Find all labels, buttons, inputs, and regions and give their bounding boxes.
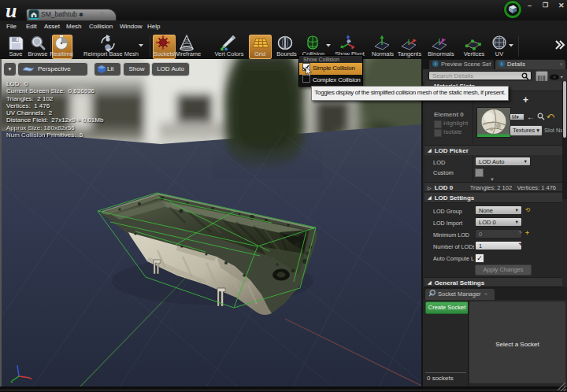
svg-text:u: u bbox=[6, 1, 17, 21]
